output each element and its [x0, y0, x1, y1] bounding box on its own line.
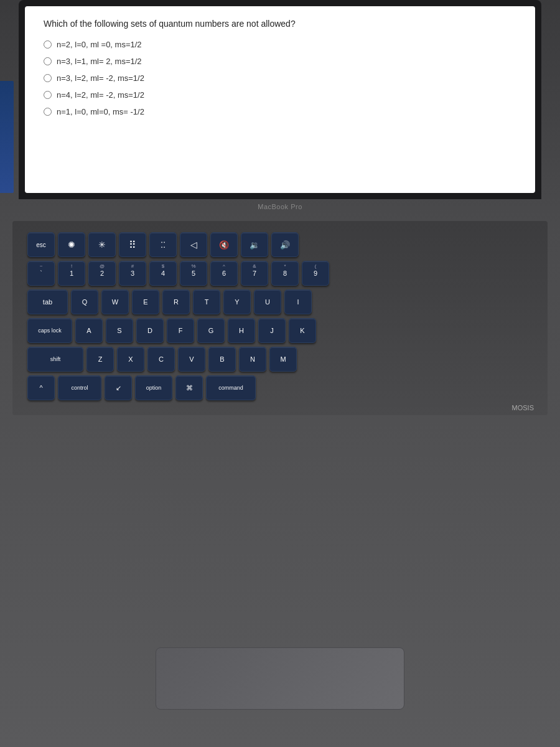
key-tab[interactable]: tab — [27, 289, 68, 314]
key-d[interactable]: D — [136, 318, 164, 343]
key-i[interactable]: I — [284, 289, 312, 314]
key-shift[interactable]: shift — [27, 347, 83, 372]
key-a[interactable]: A — [75, 318, 103, 343]
key-command[interactable]: command — [206, 375, 256, 400]
left-stripe — [0, 81, 14, 193]
launchpad-icon: ⁚⁚ — [161, 240, 166, 250]
d-label: D — [147, 327, 152, 334]
key-n[interactable]: N — [239, 347, 266, 372]
key-1[interactable]: ! 1 — [58, 261, 85, 286]
j-label: J — [270, 327, 274, 334]
control-label: control — [71, 385, 88, 391]
key-f[interactable]: F — [167, 318, 194, 343]
key-caret[interactable]: ^ — [27, 375, 55, 400]
key-t[interactable]: T — [193, 289, 220, 314]
key-f1[interactable]: ✺ — [58, 232, 85, 257]
dollar-top: $ — [150, 263, 176, 269]
key-c[interactable]: C — [147, 347, 175, 372]
radio-b[interactable] — [44, 57, 52, 65]
key-esc[interactable]: esc — [27, 232, 55, 257]
key-y[interactable]: Y — [223, 289, 251, 314]
key-option-arrow[interactable]: ↙ — [105, 375, 132, 400]
key-control[interactable]: control — [58, 375, 101, 400]
six-label: 6 — [222, 270, 226, 277]
two-label: 2 — [100, 270, 104, 277]
key-r[interactable]: R — [162, 289, 190, 314]
key-4[interactable]: $ 4 — [149, 261, 177, 286]
option-c-label: n=3, l=2, ml= -2, ms=1/2 — [57, 73, 144, 83]
key-tilde[interactable]: ~ ` — [27, 261, 55, 286]
answer-option-e: n=1, l=0, ml=0, ms= -1/2 — [44, 107, 516, 116]
key-q[interactable]: Q — [71, 289, 98, 314]
key-2[interactable]: @ 2 — [88, 261, 116, 286]
command-label: command — [218, 385, 243, 391]
key-f8[interactable]: 🔊 — [271, 232, 299, 257]
v-label: V — [189, 355, 194, 363]
key-6[interactable]: ^ 6 — [210, 261, 238, 286]
key-9[interactable]: ( 9 — [302, 261, 329, 286]
backtick-label: ` — [40, 270, 42, 277]
a-label: A — [86, 327, 91, 334]
key-k[interactable]: K — [289, 318, 316, 343]
key-h[interactable]: H — [228, 318, 255, 343]
key-option[interactable]: option — [135, 375, 172, 400]
three-label: 3 — [131, 270, 134, 277]
trackpad[interactable] — [156, 647, 404, 710]
key-v[interactable]: V — [178, 347, 205, 372]
radio-c[interactable] — [44, 74, 52, 82]
radio-a[interactable] — [44, 40, 52, 49]
e-label: E — [143, 298, 147, 306]
key-x[interactable]: X — [117, 347, 144, 372]
key-f4[interactable]: ⁚⁚ — [149, 232, 177, 257]
keyboard: esc ✺ ✳ ⠿ ⁚⁚ ◁ 🔇 — [27, 232, 533, 400]
key-5[interactable]: % 5 — [180, 261, 207, 286]
option-label: option — [146, 385, 162, 391]
key-caps-lock[interactable]: caps lock — [27, 318, 72, 343]
star-top: * — [272, 263, 298, 269]
screen-bezel: Which of the following sets of quantum n… — [19, 0, 541, 199]
five-label: 5 — [192, 270, 195, 277]
s-label: S — [117, 327, 121, 334]
i-label: I — [297, 298, 299, 306]
key-u[interactable]: U — [254, 289, 281, 314]
tilde-top: ~ — [28, 263, 54, 269]
number-row: ~ ` ! 1 @ 2 # 3 $ 4 — [27, 261, 533, 286]
function-row: esc ✺ ✳ ⠿ ⁚⁚ ◁ 🔇 — [27, 232, 533, 257]
radio-d[interactable] — [44, 91, 52, 99]
mosis-label: MOSIS — [512, 404, 534, 411]
key-f5[interactable]: ◁ — [180, 232, 207, 257]
option-a-label: n=2, l=0, ml =0, ms=1/2 — [57, 40, 142, 49]
option-e-label: n=1, l=0, ml=0, ms= -1/2 — [57, 107, 144, 116]
f-label: F — [179, 327, 183, 334]
key-command-icon[interactable]: ⌘ — [175, 375, 203, 400]
key-b[interactable]: B — [208, 347, 236, 372]
lparen-top: ( — [302, 263, 329, 269]
key-j[interactable]: J — [258, 318, 286, 343]
laptop-body: Which of the following sets of quantum n… — [0, 0, 560, 747]
key-m[interactable]: M — [269, 347, 297, 372]
caret-top: ^ — [211, 263, 237, 269]
key-f2[interactable]: ✳ — [88, 232, 116, 257]
key-z[interactable]: Z — [86, 347, 114, 372]
key-g[interactable]: G — [197, 318, 225, 343]
option-b-label: n=3, l=1, ml= 2, ms=1/2 — [57, 57, 142, 66]
radio-e[interactable] — [44, 108, 52, 116]
key-s[interactable]: S — [106, 318, 133, 343]
at-top: @ — [89, 263, 115, 269]
command-symbol-icon: ⌘ — [186, 384, 193, 392]
key-7[interactable]: & 7 — [241, 261, 268, 286]
volume-down-icon: 🔉 — [250, 240, 259, 250]
u-label: U — [265, 298, 270, 306]
key-f6[interactable]: 🔇 — [210, 232, 238, 257]
key-w[interactable]: W — [101, 289, 129, 314]
eight-label: 8 — [283, 270, 287, 277]
b-label: B — [220, 355, 224, 363]
key-e[interactable]: E — [132, 289, 159, 314]
key-8[interactable]: * 8 — [271, 261, 299, 286]
q-label: Q — [82, 298, 88, 306]
qwerty-row: tab Q W E R T Y — [27, 289, 533, 314]
key-f3[interactable]: ⠿ — [119, 232, 146, 257]
key-3[interactable]: # 3 — [119, 261, 146, 286]
key-f7[interactable]: 🔉 — [241, 232, 268, 257]
y-label: Y — [235, 298, 239, 306]
